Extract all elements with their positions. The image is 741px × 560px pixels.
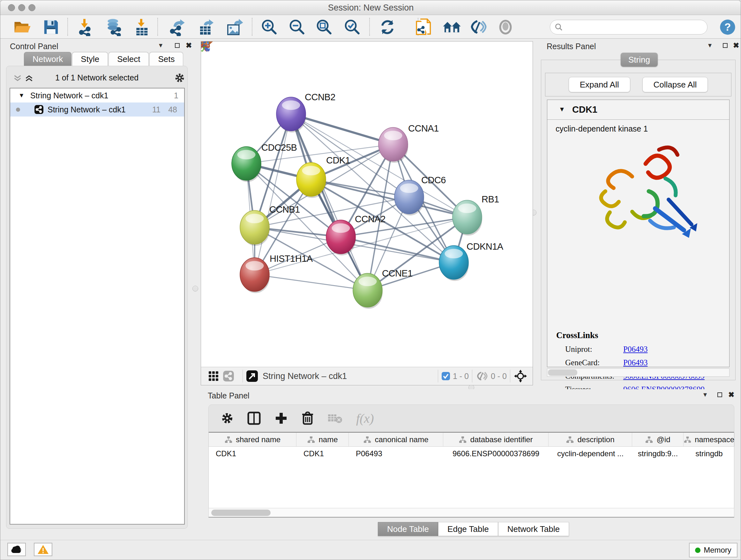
tree-expand-icon[interactable]: ▼	[18, 92, 24, 99]
expand-all-button[interactable]: Expand All	[569, 77, 630, 92]
import-table-button[interactable]	[132, 18, 152, 37]
crosslink-value-link[interactable]: P06493	[623, 358, 648, 367]
column-header--id[interactable]: @id	[632, 433, 684, 446]
show-home-button[interactable]	[442, 18, 462, 37]
network-row[interactable]: String Network – cdk1 11 48	[10, 103, 184, 117]
export-image-button[interactable]	[225, 18, 245, 37]
network-node-CCNB2[interactable]	[201, 42, 306, 132]
column-header-shared-name[interactable]: shared name	[209, 433, 296, 446]
tab-network-table[interactable]: Network Table	[498, 522, 569, 536]
window-title: Session: New Session	[0, 3, 741, 13]
table-cell[interactable]: cyclin-dependent ...	[549, 447, 632, 461]
show-columns-icon[interactable]	[247, 411, 261, 425]
table-cell[interactable]: stringdb:9...	[632, 447, 684, 461]
selected-checkbox-icon[interactable]	[441, 372, 450, 381]
create-column-icon[interactable]	[274, 412, 288, 425]
results-panel-collapse-icon[interactable]: ▾	[708, 41, 712, 50]
network-options-gear-icon[interactable]	[174, 72, 185, 83]
help-button[interactable]: ?	[718, 18, 738, 37]
houses-icon	[442, 19, 461, 35]
delete-table-icon[interactable]	[327, 413, 343, 424]
warning-button[interactable]	[34, 543, 52, 556]
tab-style[interactable]: Style	[72, 52, 108, 66]
entry-collapse-icon[interactable]: ▼	[559, 106, 565, 113]
zoom-out-button[interactable]	[287, 18, 307, 37]
crosslink-value-link[interactable]: P06493	[623, 345, 648, 354]
open-in-window-icon[interactable]	[246, 370, 258, 382]
eye-button[interactable]	[495, 18, 515, 37]
export-network-button[interactable]	[169, 18, 189, 37]
table-row[interactable]: CDK1CDK1P064939606.ENSP00000378699cyclin…	[209, 447, 734, 461]
grid-view-icon[interactable]	[208, 371, 219, 381]
table-cell[interactable]: CDK1	[296, 447, 349, 461]
network-edge-CCNB2-CCNA1[interactable]	[291, 114, 393, 144]
export-image-icon	[226, 18, 244, 36]
search-icon	[555, 23, 563, 31]
refresh-view-button[interactable]	[378, 18, 397, 37]
network-canvas[interactable]: CCNB2CCNA1CDC25BCDK1CDC6RB1CCNB1CCNA2CDK…	[201, 42, 533, 367]
results-panel-close-icon[interactable]: ✖	[733, 41, 739, 50]
import-network-from-database-button[interactable]	[104, 18, 124, 37]
tab-edge-table[interactable]: Edge Table	[438, 522, 498, 536]
node-result-card: ▼ CDK1 cyclin-dependent kinase 1	[547, 100, 730, 367]
table-hscrollbar[interactable]	[208, 508, 734, 517]
function-builder-icon[interactable]: f(x)	[356, 411, 374, 426]
tab-string[interactable]: String	[621, 53, 658, 67]
column-header-label: database identifier	[470, 435, 533, 444]
memory-status-icon	[695, 548, 700, 553]
node-label-HIST1H1A: HIST1H1A	[270, 253, 313, 264]
import-network-button[interactable]	[76, 18, 95, 37]
zoom-selected-button[interactable]	[342, 18, 362, 37]
open-session-button[interactable]	[12, 18, 32, 37]
table-cell[interactable]: 9606.ENSP00000378699	[443, 447, 549, 461]
network-edge-CCNA2-CDKN1A[interactable]	[341, 237, 454, 262]
zoom-fit-button[interactable]	[314, 18, 334, 37]
control-panel-close-icon[interactable]: ✖	[186, 41, 192, 50]
crosslink-label: GeneCard:	[565, 358, 623, 367]
hidden-eye-icon[interactable]	[475, 371, 488, 381]
results-hscrollbar[interactable]	[547, 368, 730, 377]
table-panel-close-icon[interactable]: ✖	[728, 390, 734, 399]
table-settings-gear-icon[interactable]	[221, 412, 233, 425]
attribute-type-icon	[566, 436, 574, 443]
toolbar-separator	[157, 18, 158, 36]
collapse-all-button[interactable]: Collapse All	[643, 77, 708, 92]
network-node-CCNB1[interactable]	[240, 210, 270, 246]
column-header-description[interactable]: description	[549, 433, 632, 446]
cloud-status-button[interactable]	[7, 543, 26, 556]
control-panel-collapse-icon[interactable]: ▾	[159, 41, 162, 50]
delete-column-icon[interactable]	[301, 411, 314, 425]
share-network-icon[interactable]	[223, 370, 234, 382]
save-session-button[interactable]	[41, 18, 61, 37]
left-splitter-handle[interactable]	[192, 286, 198, 292]
results-hscrollbar-thumb[interactable]	[548, 369, 577, 376]
zoom-in-button[interactable]	[259, 18, 279, 37]
table-panel-float-icon[interactable]	[718, 392, 722, 397]
memory-button[interactable]: Memory	[689, 543, 738, 557]
table-cell[interactable]: stringdb	[684, 447, 735, 461]
tab-network[interactable]: Network	[24, 52, 71, 66]
node-result-header[interactable]: ▼ CDK1	[547, 100, 729, 120]
results-panel-float-icon[interactable]	[723, 43, 728, 48]
table-panel-collapse-icon[interactable]: ▾	[703, 390, 707, 399]
tab-sets[interactable]: Sets	[149, 52, 183, 66]
column-header-name[interactable]: name	[296, 433, 349, 446]
network-node-CDC25B[interactable]	[201, 42, 261, 182]
table-cell[interactable]: P06493	[349, 447, 443, 461]
column-header-database-identifier[interactable]: database identifier	[443, 433, 549, 446]
table-cell[interactable]: CDK1	[209, 447, 296, 461]
tab-node-table[interactable]: Node Table	[378, 522, 438, 536]
table-hscrollbar-thumb[interactable]	[211, 509, 271, 516]
network-node-RB1[interactable]	[201, 42, 482, 236]
control-panel-float-icon[interactable]	[175, 43, 180, 48]
tab-select[interactable]: Select	[109, 52, 149, 66]
clone-network-button[interactable]	[414, 18, 434, 37]
pan-crosshair-icon[interactable]	[514, 369, 528, 383]
hide-graphics-details-button[interactable]	[468, 18, 488, 37]
column-header-canonical-name[interactable]: canonical name	[349, 433, 443, 446]
search-input[interactable]	[563, 22, 697, 32]
column-header-namespace[interactable]: namespace	[684, 433, 735, 446]
export-table-button[interactable]	[197, 18, 217, 37]
network-collection-row[interactable]: ▼ String Network – cdk1 1	[10, 88, 184, 103]
network-edge-HIST1H1A-CCNE1[interactable]	[255, 274, 367, 290]
